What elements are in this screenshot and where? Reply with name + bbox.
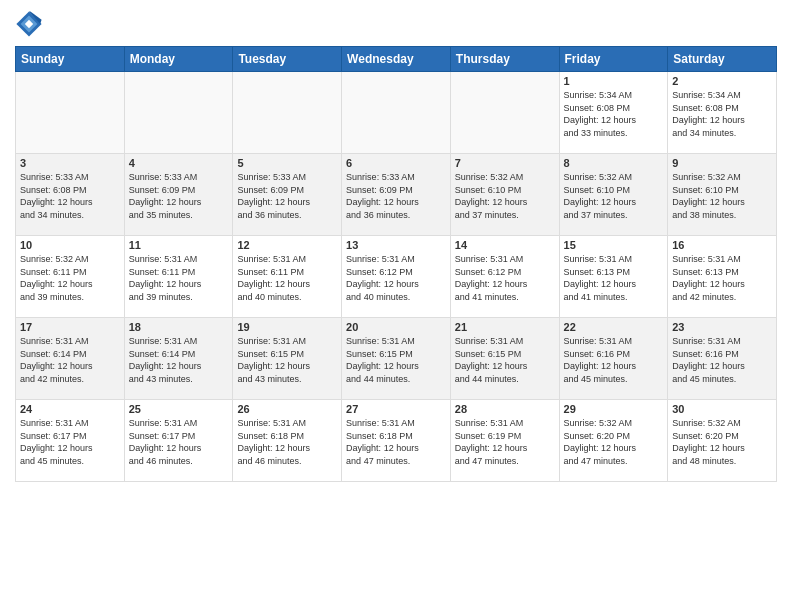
weekday-header-sunday: Sunday: [16, 47, 125, 72]
calendar-cell: 18Sunrise: 5:31 AM Sunset: 6:14 PM Dayli…: [124, 318, 233, 400]
day-number: 27: [346, 403, 446, 415]
calendar-week-row: 3Sunrise: 5:33 AM Sunset: 6:08 PM Daylig…: [16, 154, 777, 236]
day-number: 21: [455, 321, 555, 333]
calendar-cell: 2Sunrise: 5:34 AM Sunset: 6:08 PM Daylig…: [668, 72, 777, 154]
calendar-cell: 4Sunrise: 5:33 AM Sunset: 6:09 PM Daylig…: [124, 154, 233, 236]
day-info: Sunrise: 5:31 AM Sunset: 6:12 PM Dayligh…: [455, 253, 555, 303]
day-number: 20: [346, 321, 446, 333]
calendar-cell: 11Sunrise: 5:31 AM Sunset: 6:11 PM Dayli…: [124, 236, 233, 318]
calendar-cell: 20Sunrise: 5:31 AM Sunset: 6:15 PM Dayli…: [342, 318, 451, 400]
calendar-cell: 5Sunrise: 5:33 AM Sunset: 6:09 PM Daylig…: [233, 154, 342, 236]
day-number: 17: [20, 321, 120, 333]
calendar-week-row: 24Sunrise: 5:31 AM Sunset: 6:17 PM Dayli…: [16, 400, 777, 482]
day-info: Sunrise: 5:31 AM Sunset: 6:15 PM Dayligh…: [455, 335, 555, 385]
calendar-cell: 25Sunrise: 5:31 AM Sunset: 6:17 PM Dayli…: [124, 400, 233, 482]
day-info: Sunrise: 5:34 AM Sunset: 6:08 PM Dayligh…: [672, 89, 772, 139]
day-info: Sunrise: 5:33 AM Sunset: 6:09 PM Dayligh…: [346, 171, 446, 221]
day-number: 22: [564, 321, 664, 333]
day-number: 29: [564, 403, 664, 415]
calendar-cell: 3Sunrise: 5:33 AM Sunset: 6:08 PM Daylig…: [16, 154, 125, 236]
day-number: 28: [455, 403, 555, 415]
day-number: 13: [346, 239, 446, 251]
weekday-header-tuesday: Tuesday: [233, 47, 342, 72]
calendar-cell: [450, 72, 559, 154]
day-info: Sunrise: 5:33 AM Sunset: 6:09 PM Dayligh…: [129, 171, 229, 221]
calendar-cell: 7Sunrise: 5:32 AM Sunset: 6:10 PM Daylig…: [450, 154, 559, 236]
day-info: Sunrise: 5:31 AM Sunset: 6:16 PM Dayligh…: [564, 335, 664, 385]
calendar-cell: 26Sunrise: 5:31 AM Sunset: 6:18 PM Dayli…: [233, 400, 342, 482]
day-info: Sunrise: 5:31 AM Sunset: 6:13 PM Dayligh…: [672, 253, 772, 303]
day-info: Sunrise: 5:31 AM Sunset: 6:15 PM Dayligh…: [237, 335, 337, 385]
calendar-cell: 17Sunrise: 5:31 AM Sunset: 6:14 PM Dayli…: [16, 318, 125, 400]
day-number: 23: [672, 321, 772, 333]
day-number: 24: [20, 403, 120, 415]
day-info: Sunrise: 5:31 AM Sunset: 6:16 PM Dayligh…: [672, 335, 772, 385]
calendar-header: SundayMondayTuesdayWednesdayThursdayFrid…: [16, 47, 777, 72]
day-info: Sunrise: 5:32 AM Sunset: 6:10 PM Dayligh…: [564, 171, 664, 221]
calendar-cell: 19Sunrise: 5:31 AM Sunset: 6:15 PM Dayli…: [233, 318, 342, 400]
calendar-cell: 22Sunrise: 5:31 AM Sunset: 6:16 PM Dayli…: [559, 318, 668, 400]
calendar-cell: 28Sunrise: 5:31 AM Sunset: 6:19 PM Dayli…: [450, 400, 559, 482]
calendar-week-row: 17Sunrise: 5:31 AM Sunset: 6:14 PM Dayli…: [16, 318, 777, 400]
calendar-body: 1Sunrise: 5:34 AM Sunset: 6:08 PM Daylig…: [16, 72, 777, 482]
calendar-cell: 8Sunrise: 5:32 AM Sunset: 6:10 PM Daylig…: [559, 154, 668, 236]
calendar-week-row: 10Sunrise: 5:32 AM Sunset: 6:11 PM Dayli…: [16, 236, 777, 318]
day-number: 25: [129, 403, 229, 415]
day-number: 11: [129, 239, 229, 251]
day-number: 26: [237, 403, 337, 415]
weekday-header-row: SundayMondayTuesdayWednesdayThursdayFrid…: [16, 47, 777, 72]
day-number: 2: [672, 75, 772, 87]
calendar-cell: 13Sunrise: 5:31 AM Sunset: 6:12 PM Dayli…: [342, 236, 451, 318]
day-info: Sunrise: 5:33 AM Sunset: 6:08 PM Dayligh…: [20, 171, 120, 221]
calendar-cell: 6Sunrise: 5:33 AM Sunset: 6:09 PM Daylig…: [342, 154, 451, 236]
calendar-cell: 30Sunrise: 5:32 AM Sunset: 6:20 PM Dayli…: [668, 400, 777, 482]
day-info: Sunrise: 5:33 AM Sunset: 6:09 PM Dayligh…: [237, 171, 337, 221]
day-info: Sunrise: 5:32 AM Sunset: 6:20 PM Dayligh…: [564, 417, 664, 467]
logo: [15, 10, 45, 38]
day-number: 30: [672, 403, 772, 415]
day-info: Sunrise: 5:32 AM Sunset: 6:11 PM Dayligh…: [20, 253, 120, 303]
day-number: 5: [237, 157, 337, 169]
day-number: 4: [129, 157, 229, 169]
day-info: Sunrise: 5:32 AM Sunset: 6:10 PM Dayligh…: [455, 171, 555, 221]
day-number: 12: [237, 239, 337, 251]
calendar-table: SundayMondayTuesdayWednesdayThursdayFrid…: [15, 46, 777, 482]
day-info: Sunrise: 5:31 AM Sunset: 6:19 PM Dayligh…: [455, 417, 555, 467]
day-info: Sunrise: 5:31 AM Sunset: 6:15 PM Dayligh…: [346, 335, 446, 385]
weekday-header-saturday: Saturday: [668, 47, 777, 72]
calendar-cell: 29Sunrise: 5:32 AM Sunset: 6:20 PM Dayli…: [559, 400, 668, 482]
calendar-cell: 14Sunrise: 5:31 AM Sunset: 6:12 PM Dayli…: [450, 236, 559, 318]
calendar-week-row: 1Sunrise: 5:34 AM Sunset: 6:08 PM Daylig…: [16, 72, 777, 154]
day-info: Sunrise: 5:31 AM Sunset: 6:18 PM Dayligh…: [237, 417, 337, 467]
day-info: Sunrise: 5:31 AM Sunset: 6:12 PM Dayligh…: [346, 253, 446, 303]
day-number: 14: [455, 239, 555, 251]
day-info: Sunrise: 5:31 AM Sunset: 6:18 PM Dayligh…: [346, 417, 446, 467]
weekday-header-friday: Friday: [559, 47, 668, 72]
day-number: 18: [129, 321, 229, 333]
logo-icon: [15, 10, 43, 38]
day-number: 19: [237, 321, 337, 333]
day-number: 10: [20, 239, 120, 251]
day-number: 16: [672, 239, 772, 251]
calendar-cell: 1Sunrise: 5:34 AM Sunset: 6:08 PM Daylig…: [559, 72, 668, 154]
day-info: Sunrise: 5:32 AM Sunset: 6:10 PM Dayligh…: [672, 171, 772, 221]
calendar-cell: 24Sunrise: 5:31 AM Sunset: 6:17 PM Dayli…: [16, 400, 125, 482]
calendar-cell: 27Sunrise: 5:31 AM Sunset: 6:18 PM Dayli…: [342, 400, 451, 482]
weekday-header-thursday: Thursday: [450, 47, 559, 72]
day-number: 1: [564, 75, 664, 87]
weekday-header-monday: Monday: [124, 47, 233, 72]
day-info: Sunrise: 5:31 AM Sunset: 6:11 PM Dayligh…: [129, 253, 229, 303]
calendar-cell: [342, 72, 451, 154]
calendar-cell: 12Sunrise: 5:31 AM Sunset: 6:11 PM Dayli…: [233, 236, 342, 318]
day-info: Sunrise: 5:34 AM Sunset: 6:08 PM Dayligh…: [564, 89, 664, 139]
day-number: 8: [564, 157, 664, 169]
day-number: 9: [672, 157, 772, 169]
calendar-cell: 16Sunrise: 5:31 AM Sunset: 6:13 PM Dayli…: [668, 236, 777, 318]
day-info: Sunrise: 5:31 AM Sunset: 6:11 PM Dayligh…: [237, 253, 337, 303]
calendar-cell: 23Sunrise: 5:31 AM Sunset: 6:16 PM Dayli…: [668, 318, 777, 400]
day-number: 3: [20, 157, 120, 169]
calendar-cell: 15Sunrise: 5:31 AM Sunset: 6:13 PM Dayli…: [559, 236, 668, 318]
day-info: Sunrise: 5:31 AM Sunset: 6:17 PM Dayligh…: [129, 417, 229, 467]
day-info: Sunrise: 5:32 AM Sunset: 6:20 PM Dayligh…: [672, 417, 772, 467]
day-info: Sunrise: 5:31 AM Sunset: 6:17 PM Dayligh…: [20, 417, 120, 467]
